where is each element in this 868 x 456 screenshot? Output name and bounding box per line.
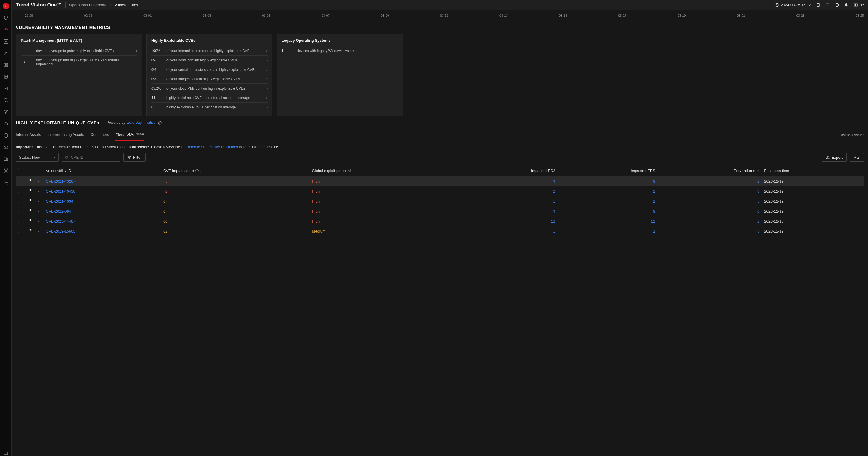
nav-bolt-icon[interactable] (3, 74, 9, 80)
status-select[interactable]: Status: New (16, 153, 59, 162)
impacted-ec2-link[interactable]: 2 (553, 189, 555, 194)
topbar-chat-icon[interactable] (825, 3, 830, 7)
impacted-ebs-link[interactable]: 9 (653, 179, 655, 183)
impacted-ec2-link[interactable]: 1 (553, 229, 555, 233)
expand-icon[interactable]: › (38, 179, 39, 183)
metric-row[interactable]: 0highly exploitable CVEs per host on ave… (151, 103, 268, 112)
metric-row[interactable]: 1devices with legacy Windows systems› (282, 46, 398, 55)
topbar-server-icon[interactable]: ne (853, 3, 864, 7)
info-icon[interactable] (158, 121, 162, 125)
table-row[interactable]: ›CVE-2023-4448766High121222023-12-18 (16, 217, 864, 226)
tabs: Internal AssetsInternet-facing AssetsCon… (16, 130, 864, 141)
row-checkbox[interactable] (18, 229, 22, 233)
select-all-checkbox[interactable] (18, 168, 22, 172)
impacted-ebs-link[interactable]: 12 (651, 219, 655, 223)
breadcrumb-parent[interactable]: Operations Dashboard (69, 3, 108, 7)
prevention-rule-link[interactable]: 3 (757, 229, 760, 233)
expand-icon[interactable]: › (38, 219, 39, 223)
zero-day-initiative-link[interactable]: Zero Day Initiative (127, 120, 156, 125)
disclaimer-link[interactable]: Pre-release Sub-feature Disclaimer (181, 145, 238, 149)
table-row[interactable]: ›CVE-2019-1560562Medium1132023-12-19 (16, 226, 864, 236)
metric-row[interactable]: 0%of your images contain highly exploita… (151, 75, 268, 84)
table-row[interactable]: ›CVE-2021-4043872High2232023-12-19 (16, 187, 864, 196)
nav-cross-icon[interactable] (3, 50, 9, 56)
prevention-rule-link[interactable]: 2 (757, 179, 760, 183)
prevention-rule-link[interactable]: 3 (757, 189, 760, 194)
impacted-ebs-link[interactable]: 1 (653, 229, 655, 233)
topbar-help-icon[interactable] (835, 3, 839, 7)
nav-gauge-icon[interactable] (3, 26, 9, 33)
metric-row[interactable]: 100%of your internal assets contain high… (151, 46, 268, 56)
cve-link[interactable]: CVE-2019-15605 (46, 229, 75, 233)
nav-mail-icon[interactable] (3, 144, 9, 150)
flag-icon[interactable] (29, 219, 33, 224)
manage-button[interactable]: Mar (849, 153, 864, 162)
prevention-rule-link[interactable]: 2 (757, 219, 760, 223)
cve-link[interactable]: CVE-2021-40438 (46, 189, 75, 194)
expand-icon[interactable]: › (38, 229, 39, 233)
nav-gear-icon[interactable] (3, 179, 9, 186)
prevention-rule-link[interactable]: 0 (757, 209, 760, 213)
sort-desc-icon[interactable]: ↓ (200, 168, 202, 173)
flag-icon[interactable] (29, 209, 33, 214)
impacted-ec2-link[interactable]: 1 (553, 199, 555, 203)
cve-search-input[interactable] (71, 155, 117, 160)
nav-search-icon[interactable] (3, 97, 9, 104)
nav-idcard-icon[interactable] (3, 85, 9, 92)
expand-icon[interactable]: › (38, 199, 39, 203)
impacted-ec2-link[interactable]: 12 (551, 219, 555, 223)
tab-containers[interactable]: Containers (90, 130, 109, 141)
brand-logo[interactable]: t (3, 3, 9, 9)
prevention-rule-link[interactable]: 5 (757, 199, 760, 203)
metric-row[interactable]: 44highly exploitable CVEs per internal a… (151, 93, 268, 103)
metric-row[interactable]: 131days on average that highly exploitab… (21, 56, 137, 68)
flag-icon[interactable] (29, 179, 33, 184)
topbar-clipboard-icon[interactable] (816, 3, 820, 7)
metric-row[interactable]: 65.2%of your cloud VMs contain highly ex… (151, 84, 268, 93)
table-row[interactable]: ›CVE-2021-4326775High9922023-12-19 (16, 176, 864, 187)
cve-link[interactable]: CVE-2022-0847 (46, 209, 73, 213)
flag-icon[interactable] (29, 229, 33, 234)
nav-hex-icon[interactable] (3, 132, 9, 139)
chevron-right-icon: › (136, 49, 137, 53)
nav-cloud-icon[interactable] (3, 120, 9, 127)
breadcrumb: Operations Dashboard › Vulnerabilities (69, 3, 138, 7)
impacted-ebs-link[interactable]: 9 (653, 209, 655, 213)
expand-icon[interactable]: › (38, 189, 39, 194)
impacted-ec2-link[interactable]: 9 (553, 209, 555, 213)
tab-internet-facing-assets[interactable]: Internet-facing Assets (47, 130, 84, 141)
row-checkbox[interactable] (18, 179, 22, 183)
nav-folder-icon[interactable] (3, 156, 9, 162)
flag-icon[interactable] (29, 199, 33, 204)
metric-row[interactable]: 0%of your hosts contain highly exploitab… (151, 56, 268, 65)
flag-icon[interactable] (29, 189, 33, 194)
nav-archive-icon[interactable] (3, 450, 9, 456)
row-checkbox[interactable] (18, 199, 22, 203)
tab-cloud-vms[interactable]: Cloud VMsPreview (115, 130, 144, 141)
cve-link[interactable]: CVE-2021-43267 (46, 179, 75, 183)
table-row[interactable]: ›CVE-2021-403467High1152023-12-19 (16, 196, 864, 206)
impacted-ebs-link[interactable]: 1 (653, 199, 655, 203)
metric-row[interactable]: --days on average to patch highly exploi… (21, 46, 137, 56)
impacted-ebs-link[interactable]: 2 (653, 189, 655, 194)
info-icon[interactable] (195, 169, 199, 173)
expand-icon[interactable]: › (38, 209, 39, 213)
topbar-bell-icon[interactable] (844, 3, 848, 7)
row-checkbox[interactable] (18, 219, 22, 223)
nav-network-icon[interactable] (3, 109, 9, 115)
row-checkbox[interactable] (18, 189, 22, 193)
nav-chart-icon[interactable] (3, 38, 9, 45)
cve-link[interactable]: CVE-2021-4034 (46, 199, 73, 203)
filter-button[interactable]: Filter (123, 153, 146, 162)
impacted-ec2-link[interactable]: 9 (553, 179, 555, 183)
export-button[interactable]: Export (822, 153, 847, 162)
cve-search-box[interactable] (62, 153, 120, 162)
tab-internal-assets[interactable]: Internal Assets (16, 130, 41, 141)
table-row[interactable]: ›CVE-2022-084767High9902023-12-19 (16, 206, 864, 217)
nav-nodes-icon[interactable] (3, 168, 9, 174)
nav-shield-icon[interactable] (3, 62, 9, 68)
nav-map-icon[interactable] (3, 15, 9, 21)
metric-row[interactable]: 0%of your container clusters contain hig… (151, 65, 268, 75)
cve-link[interactable]: CVE-2023-44487 (46, 219, 75, 223)
row-checkbox[interactable] (18, 209, 22, 213)
